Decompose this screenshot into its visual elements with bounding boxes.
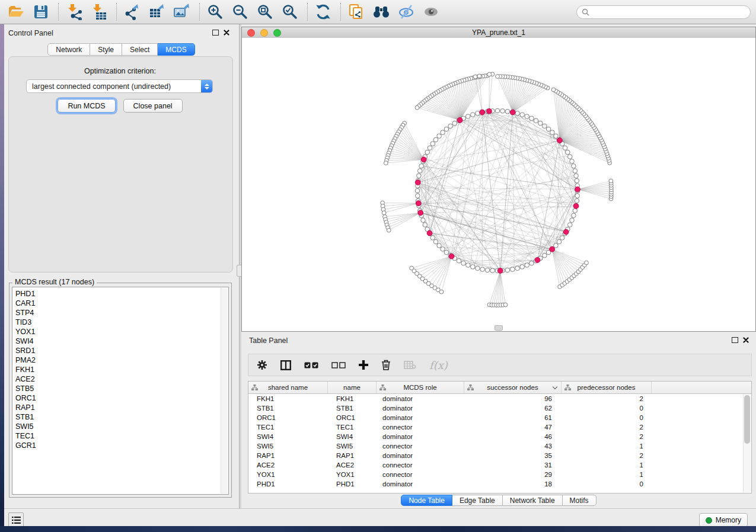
cell[interactable]: 1 [562, 443, 652, 450]
show-all-icon[interactable] [422, 3, 440, 21]
cell[interactable]: ORC1 [328, 414, 377, 421]
column-header-mcds-role[interactable]: MCDS role [377, 382, 464, 393]
table-row[interactable]: SWI4SWI4dominator462 [248, 432, 751, 441]
cell[interactable]: ACE2 [248, 462, 328, 469]
sort-indicator-icon[interactable] [553, 384, 557, 389]
export-table-icon[interactable] [148, 3, 166, 21]
mcds-result-item[interactable]: PMA2 [14, 355, 228, 365]
tab-mcds[interactable]: MCDS [158, 43, 194, 56]
task-history-button[interactable] [8, 512, 24, 527]
cell[interactable]: 47 [464, 424, 562, 431]
cell[interactable]: connector [377, 443, 464, 450]
column-header-shared-name[interactable]: shared name [248, 382, 328, 393]
cell[interactable]: FKH1 [328, 395, 377, 402]
memory-button[interactable]: Memory [699, 513, 748, 527]
table-row[interactable]: TEC1TEC1connector472 [248, 422, 751, 432]
mcds-result-item[interactable]: PHD1 [14, 289, 228, 299]
mcds-result-list[interactable]: PHD1CAR1STP4TID3YOX1SWI4SRD1PMA2FKH1ACE2… [12, 287, 229, 495]
table-row[interactable]: PHD1PHD1dominator180 [248, 479, 751, 489]
mcds-result-item[interactable]: ACE2 [14, 374, 228, 384]
cell[interactable]: FKH1 [248, 395, 328, 402]
float-panel-icon[interactable] [732, 337, 738, 343]
zoom-out-icon[interactable] [231, 3, 249, 21]
cell[interactable]: dominator [377, 395, 464, 402]
find-icon[interactable] [372, 3, 390, 21]
mcds-result-item[interactable]: ORC1 [14, 393, 228, 403]
cell[interactable]: 0 [562, 405, 652, 412]
import-table-icon[interactable] [90, 3, 108, 21]
table-row[interactable]: ORC1ORC1dominator610 [248, 413, 751, 422]
canvas-splitter-handle[interactable] [495, 325, 503, 331]
mcds-result-item[interactable]: RAP1 [14, 403, 228, 412]
column-header-successor-nodes[interactable]: successor nodes [464, 382, 562, 393]
mcds-result-item[interactable]: CAR1 [14, 299, 228, 308]
cell[interactable]: 2 [562, 395, 652, 402]
mcds-result-item[interactable]: SWI4 [14, 336, 228, 346]
tab-edge-table[interactable]: Edge Table [452, 495, 503, 506]
cell[interactable]: 61 [464, 414, 562, 421]
search-input[interactable] [592, 8, 750, 17]
save-icon[interactable] [32, 3, 50, 21]
mcds-result-item[interactable]: TID3 [14, 318, 228, 327]
cell[interactable]: 0 [562, 414, 652, 421]
tab-network-table[interactable]: Network Table [503, 495, 563, 506]
delete-table-icon[interactable] [404, 361, 416, 369]
table-row[interactable]: YOX1YOX1connector291 [248, 470, 751, 479]
table-row[interactable]: RAP1RAP1dominator352 [248, 451, 751, 460]
cell[interactable]: dominator [377, 480, 464, 488]
network-graph[interactable] [242, 38, 755, 331]
function-builder-icon[interactable]: f(x) [429, 359, 448, 371]
cell[interactable]: 1 [562, 462, 652, 469]
close-panel-button[interactable]: Close panel [123, 99, 183, 113]
cell[interactable]: 1 [562, 471, 652, 478]
close-panel-icon[interactable] [743, 337, 749, 343]
run-mcds-button[interactable]: Run MCDS [58, 99, 115, 113]
table-settings-icon[interactable] [257, 360, 267, 370]
cell[interactable]: RAP1 [328, 452, 377, 459]
cell[interactable]: dominator [377, 452, 464, 459]
mcds-result-item[interactable]: STP4 [14, 308, 228, 318]
mcds-result-item[interactable]: YOX1 [14, 327, 228, 336]
cell[interactable]: 31 [464, 462, 562, 469]
column-header-name[interactable]: name [328, 382, 377, 393]
mcds-result-item[interactable]: STB1 [14, 412, 228, 422]
zoom-in-icon[interactable] [206, 3, 224, 21]
tab-style[interactable]: Style [90, 43, 122, 56]
search-field[interactable] [576, 5, 751, 19]
cell[interactable]: 46 [464, 433, 562, 440]
cell[interactable]: SWI5 [328, 443, 377, 450]
network-from-selection-icon[interactable] [347, 3, 365, 21]
cell[interactable]: connector [377, 424, 464, 431]
tab-network[interactable]: Network [47, 43, 90, 56]
cell[interactable]: 2 [562, 433, 652, 440]
delete-column-icon[interactable] [381, 360, 391, 370]
network-window-titlebar[interactable]: YPA_prune.txt_1 [242, 27, 755, 39]
import-network-icon[interactable] [65, 3, 83, 21]
cell[interactable]: 18 [464, 480, 562, 488]
tab-motifs[interactable]: Motifs [563, 495, 596, 506]
zoom-fit-icon[interactable] [256, 3, 274, 21]
cell[interactable]: 96 [464, 395, 562, 402]
cell[interactable]: 62 [464, 405, 562, 412]
column-header-predecessor-nodes[interactable]: predecessor nodes [562, 382, 652, 393]
cell[interactable]: SWI4 [328, 433, 377, 440]
tab-select[interactable]: Select [122, 43, 158, 56]
cell[interactable]: SWI5 [248, 443, 328, 450]
cell[interactable]: 0 [562, 480, 652, 488]
table-row[interactable]: FKH1FKH1dominator962 [248, 394, 751, 403]
apply-layout-icon[interactable] [314, 3, 332, 21]
cell[interactable]: YOX1 [328, 471, 377, 478]
network-view[interactable] [242, 38, 755, 331]
cell[interactable]: dominator [377, 414, 464, 421]
cell[interactable]: STB1 [248, 405, 328, 412]
cell[interactable]: YOX1 [248, 471, 328, 478]
mcds-result-item[interactable]: SRD1 [14, 346, 228, 355]
cell[interactable]: 43 [464, 443, 562, 450]
cell[interactable]: PHD1 [248, 480, 328, 488]
cell[interactable]: TEC1 [248, 424, 328, 431]
close-panel-icon[interactable] [224, 30, 229, 36]
cell[interactable]: 2 [562, 452, 652, 459]
export-network-icon[interactable] [123, 3, 141, 21]
mcds-list-scrollbar[interactable] [221, 288, 228, 493]
float-panel-icon[interactable] [212, 30, 219, 36]
